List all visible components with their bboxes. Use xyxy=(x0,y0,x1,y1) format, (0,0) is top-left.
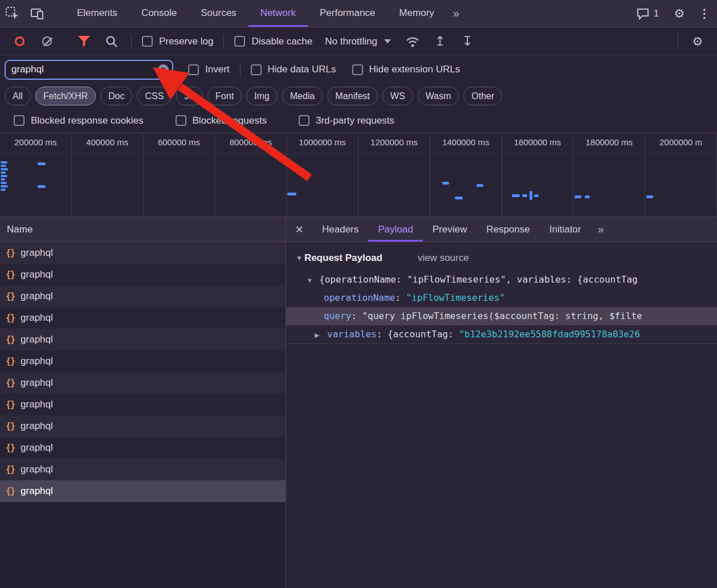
request-bar xyxy=(476,184,483,187)
clear-button[interactable] xyxy=(33,28,60,55)
payload-tree-row[interactable]: query: "query ipFlowTimeseries($accountT… xyxy=(286,307,717,325)
timeline-bars xyxy=(0,133,717,217)
details-tab-response[interactable]: Response xyxy=(476,217,540,242)
settings-gear-icon[interactable]: ⚙ xyxy=(667,0,692,27)
details-tab-initiator[interactable]: Initiator xyxy=(540,217,591,242)
filter-chip-css[interactable]: CSS xyxy=(137,87,172,105)
filter-chip-js[interactable]: JS xyxy=(176,87,203,105)
filter-chips: AllFetch/XHRDocCSSJSFontImgMediaManifest… xyxy=(0,84,717,108)
tab-console[interactable]: Console xyxy=(129,0,189,27)
details-tab-payload[interactable]: Payload xyxy=(368,217,422,242)
filter-chip-all[interactable]: All xyxy=(5,87,31,105)
request-bar xyxy=(1,161,7,164)
search-icon xyxy=(105,35,119,48)
request-row[interactable]: {}graphql xyxy=(0,329,286,350)
network-conditions-button[interactable] xyxy=(399,28,426,55)
network-main: Name {}graphql{}graphql{}graphql{}graphq… xyxy=(0,217,717,588)
divider xyxy=(223,34,224,49)
request-bar xyxy=(646,195,653,198)
request-name: graphql xyxy=(21,485,53,497)
export-har-icon[interactable]: ↧ xyxy=(454,28,481,55)
request-row[interactable]: {}graphql xyxy=(0,350,286,372)
request-bar xyxy=(529,191,532,200)
hide-data-urls-label: Hide data URLs xyxy=(268,64,336,75)
filter-chip-font[interactable]: Font xyxy=(207,87,242,105)
preserve-log-checkbox[interactable] xyxy=(142,36,153,47)
details-tab-headers[interactable]: Headers xyxy=(312,217,368,242)
view-source-link[interactable]: view source xyxy=(418,252,469,264)
filter-chip-media[interactable]: Media xyxy=(282,87,323,105)
filter-chip-fetch-xhr[interactable]: Fetch/XHR xyxy=(35,87,96,105)
network-settings-gear-icon[interactable]: ⚙ xyxy=(684,28,711,55)
tab-sources[interactable]: Sources xyxy=(189,0,248,27)
invert-toggle[interactable]: Invert xyxy=(188,64,230,75)
request-row[interactable]: {}graphql xyxy=(0,394,286,415)
search-button[interactable] xyxy=(98,28,125,55)
preserve-log-toggle[interactable]: Preserve log xyxy=(142,36,213,47)
issues-button[interactable]: 1 xyxy=(636,7,659,21)
record-button[interactable] xyxy=(6,28,33,55)
clear-filter-icon[interactable]: ✕ xyxy=(158,64,169,75)
filter-input[interactable] xyxy=(5,60,173,80)
request-row[interactable]: {}graphql xyxy=(0,285,286,307)
blocked-response-cookies-checkbox[interactable] xyxy=(14,115,25,126)
filter-chip-wasm[interactable]: Wasm xyxy=(418,87,459,105)
blocked-requests-toggle[interactable]: Blocked requests xyxy=(176,115,267,126)
payload-tree-row[interactable]: ▶variables: {accountTag: "b12e3b2192ee55… xyxy=(286,325,717,344)
hide-extension-urls-toggle[interactable]: Hide extension URLs xyxy=(352,64,461,75)
timeline-overview[interactable]: 200000 ms400000 ms600000 ms800000 ms1000… xyxy=(0,133,717,217)
request-bar xyxy=(1,182,7,184)
more-tabs-icon[interactable]: » xyxy=(446,7,466,20)
tab-elements[interactable]: Elements xyxy=(65,0,129,27)
tab-memory[interactable]: Memory xyxy=(387,0,446,27)
close-details-icon[interactable]: ✕ xyxy=(286,217,312,242)
hide-data-urls-toggle[interactable]: Hide data URLs xyxy=(251,64,336,75)
blocked-requests-checkbox[interactable] xyxy=(176,115,186,126)
filter-row: ✕ Invert Hide data URLs Hide extension U… xyxy=(0,55,717,84)
request-name: graphql xyxy=(21,377,53,389)
disable-cache-checkbox[interactable] xyxy=(234,36,245,47)
invert-checkbox[interactable] xyxy=(188,64,199,75)
throttling-select[interactable]: No throttling xyxy=(325,36,391,47)
request-row[interactable]: {}graphql xyxy=(0,307,286,329)
import-har-icon[interactable]: ↥ xyxy=(426,28,454,55)
request-row[interactable]: {}graphql xyxy=(0,459,286,480)
details-tab-preview[interactable]: Preview xyxy=(423,217,476,242)
tab-performance[interactable]: Performance xyxy=(308,0,387,27)
hide-data-urls-checkbox[interactable] xyxy=(251,64,262,75)
tab-network[interactable]: Network xyxy=(248,0,308,27)
filter-chip-doc[interactable]: Doc xyxy=(100,87,132,105)
hide-extension-urls-checkbox[interactable] xyxy=(352,64,363,75)
request-row[interactable]: {}graphql xyxy=(0,242,286,264)
3rd-party-requests-toggle[interactable]: 3rd-party requests xyxy=(299,115,394,126)
divider xyxy=(678,34,678,49)
disable-cache-toggle[interactable]: Disable cache xyxy=(234,36,312,47)
filter-chip-ws[interactable]: WS xyxy=(382,87,413,105)
request-row[interactable]: {}graphql xyxy=(0,480,286,502)
details-more-tabs-icon[interactable]: » xyxy=(590,217,610,242)
filter-chip-manifest[interactable]: Manifest xyxy=(327,87,377,105)
issues-count: 1 xyxy=(654,9,659,19)
disclosure-triangle[interactable]: ▼ xyxy=(307,271,319,289)
request-row[interactable]: {}graphql xyxy=(0,437,286,459)
extra-filters: Blocked response cookiesBlocked requests… xyxy=(0,108,717,133)
3rd-party-requests-checkbox[interactable] xyxy=(299,115,309,126)
filter-chip-other[interactable]: Other xyxy=(463,87,502,105)
collapse-triangle-icon[interactable]: ▼ xyxy=(296,254,303,262)
json-braces-icon: {} xyxy=(6,313,15,323)
inspect-element-button[interactable] xyxy=(0,0,25,27)
request-row[interactable]: {}graphql xyxy=(0,372,286,394)
blocked-response-cookies-toggle[interactable]: Blocked response cookies xyxy=(14,115,144,126)
payload-tree-row[interactable]: operationName: "ipFlowTimeseries" xyxy=(286,289,717,307)
payload-tree-row[interactable]: ▼{operationName: "ipFlowTimeseries", var… xyxy=(286,271,717,289)
request-row[interactable]: {}graphql xyxy=(0,264,286,285)
request-name: graphql xyxy=(21,247,53,259)
request-bar xyxy=(522,194,527,197)
filter-chip-img[interactable]: Img xyxy=(246,87,278,105)
device-toolbar-button[interactable] xyxy=(25,0,50,27)
filter-button[interactable] xyxy=(71,28,98,55)
kebab-menu-icon[interactable]: ⋮ xyxy=(692,0,717,27)
name-column-header[interactable]: Name xyxy=(0,217,286,242)
disclosure-triangle[interactable]: ▶ xyxy=(315,326,327,344)
request-row[interactable]: {}graphql xyxy=(0,415,286,437)
